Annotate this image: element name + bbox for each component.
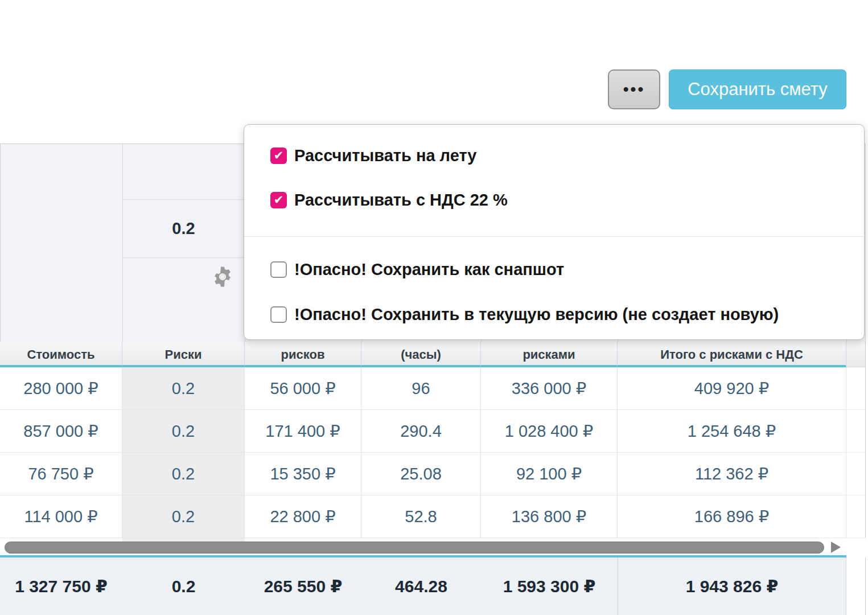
column-header-3: (часы) <box>361 342 481 367</box>
total-cell-c1: 0.2 <box>122 557 245 615</box>
table-cell-r2-c2: 15 350 ₽ <box>245 453 361 495</box>
gear-icon[interactable] <box>211 265 235 289</box>
ellipsis-icon: ••• <box>623 81 645 97</box>
column-header-1: Риски <box>122 342 245 367</box>
table-cell-r2-c5: 112 362 ₽ <box>618 453 846 495</box>
menu-item-save-current-version[interactable]: !Опасно! Сохранить в текущую версию (не … <box>244 300 864 329</box>
total-cell-c4: 1 593 300 ₽ <box>481 557 618 615</box>
table-cell-r3-c4: 136 800 ₽ <box>481 495 618 538</box>
checkbox-checked-icon[interactable]: ✔ <box>270 192 287 208</box>
total-cell-c5: 1 943 826 ₽ <box>618 557 846 615</box>
estimate-page: ••• Сохранить смету 0.2 СтоимостьРискири… <box>0 0 868 615</box>
table-cell-r3-c2: 22 800 ₽ <box>245 495 361 538</box>
total-cell-clipped <box>846 557 866 615</box>
checkbox-unchecked-icon[interactable] <box>270 306 287 323</box>
menu-item-label: Рассчитывать с НДС 22 % <box>294 191 508 210</box>
table-cell-r1-c2: 171 400 ₽ <box>245 410 361 453</box>
table-cell-r0-c0: 280 000 ₽ <box>0 367 122 410</box>
menu-divider <box>244 236 864 237</box>
table-cell-r2-c3: 25.08 <box>361 453 481 495</box>
table-cell-r3-c0: 114 000 ₽ <box>0 495 122 538</box>
totals-row: 1 327 750 ₽0.2265 550 ₽464.281 593 300 ₽… <box>0 557 866 615</box>
menu-item-save-as-snapshot[interactable]: !Опасно! Сохранить как снапшот <box>244 255 864 284</box>
total-cell-c2: 265 550 ₽ <box>245 557 361 615</box>
table-cell-r3-c3: 52.8 <box>361 495 481 538</box>
table-cell-r2-c4: 92 100 ₽ <box>481 453 618 495</box>
save-estimate-button[interactable]: Сохранить смету <box>669 69 846 109</box>
column-header-4: рисками <box>481 342 618 367</box>
table-cell-r1-c3: 290.4 <box>361 410 481 453</box>
header-cell-divider <box>122 257 245 258</box>
column-header-clipped <box>846 342 866 367</box>
column-header-2: рисков <box>245 342 361 367</box>
total-cell-c0: 1 327 750 ₽ <box>0 557 122 615</box>
more-options-button[interactable]: ••• <box>608 69 660 109</box>
save-estimate-label: Сохранить смету <box>688 79 828 100</box>
table-cell-clipped <box>846 453 866 495</box>
table-right-border <box>865 144 866 342</box>
save-options-menu: ✔Рассчитывать на лету✔Рассчитывать с НДС… <box>244 124 865 340</box>
table-cell-r0-c3: 96 <box>361 367 481 410</box>
menu-item-calc-with-vat[interactable]: ✔Рассчитывать с НДС 22 % <box>244 185 864 215</box>
risk-default-cell[interactable]: 0.2 <box>122 199 245 257</box>
table-cell-clipped <box>846 367 866 410</box>
checkbox-checked-icon[interactable]: ✔ <box>270 147 287 164</box>
table-cell-r0-c5: 409 920 ₽ <box>618 367 846 410</box>
column-header-5: Итого с рисками с НДС <box>618 342 846 367</box>
table-cell-clipped <box>846 495 866 538</box>
column-header-row: СтоимостьРискирисков(часы)рискамиИтого с… <box>0 342 866 367</box>
table-body: 280 000 ₽0.256 000 ₽96336 000 ₽409 920 ₽… <box>0 367 866 538</box>
table-cell-clipped <box>846 410 866 453</box>
table-cell-r1-c4: 1 028 400 ₽ <box>481 410 618 453</box>
column-header-0: Стоимость <box>0 342 122 367</box>
table-cell-r0-c1[interactable]: 0.2 <box>122 367 245 410</box>
menu-item-label: Рассчитывать на лету <box>294 146 476 165</box>
scroll-right-arrow-icon[interactable] <box>831 542 841 553</box>
menu-item-calc-on-fly[interactable]: ✔Рассчитывать на лету <box>244 141 864 170</box>
checkbox-unchecked-icon[interactable] <box>270 261 287 278</box>
table-cell-r3-c5: 166 896 ₽ <box>618 495 846 538</box>
table-cell-r0-c4: 336 000 ₽ <box>481 367 618 410</box>
total-cell-c3: 464.28 <box>361 557 481 615</box>
table-cell-r1-c5: 1 254 648 ₽ <box>618 410 846 453</box>
menu-item-label: !Опасно! Сохранить в текущую версию (не … <box>294 305 779 324</box>
table-cell-r1-c0: 857 000 ₽ <box>0 410 122 453</box>
table-cell-r3-c1[interactable]: 0.2 <box>122 495 245 538</box>
menu-item-label: !Опасно! Сохранить как снапшот <box>294 260 564 279</box>
table-cell-r0-c2: 56 000 ₽ <box>245 367 361 410</box>
horizontal-scrollbar-thumb[interactable] <box>5 542 824 554</box>
table-cell-r1-c1[interactable]: 0.2 <box>122 410 245 453</box>
table-cell-r2-c0: 76 750 ₽ <box>0 453 122 495</box>
table-cell-r2-c1[interactable]: 0.2 <box>122 453 245 495</box>
